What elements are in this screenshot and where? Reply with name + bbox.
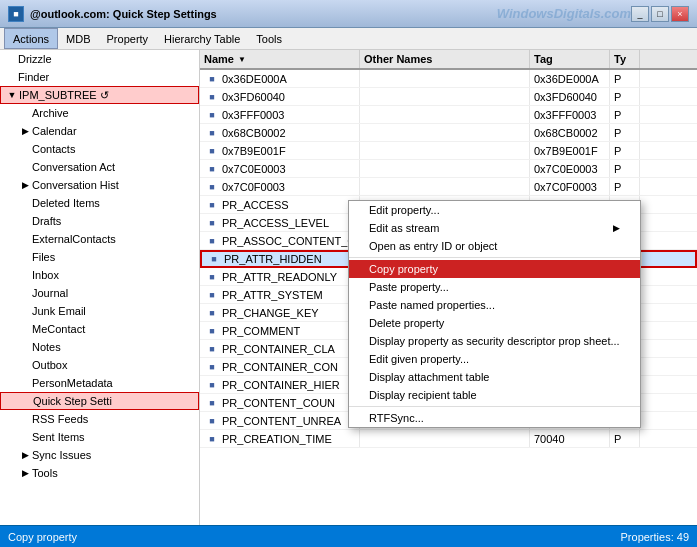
tree-item[interactable]: Files	[0, 248, 199, 266]
menu-tools[interactable]: Tools	[248, 28, 290, 49]
row-icon: ■	[204, 215, 220, 231]
tree-item[interactable]: ▶Sync Issues	[0, 446, 199, 464]
table-row[interactable]: ■0x68CB00020x68CB0002P	[200, 124, 697, 142]
tree-item[interactable]: Quick Step Setti	[0, 392, 199, 410]
tree-item[interactable]: Notes	[0, 338, 199, 356]
context-menu-item-11[interactable]: RTFSync...	[349, 409, 640, 427]
tree-item[interactable]: Sent Items	[0, 428, 199, 446]
context-menu-item-1[interactable]: Edit as stream▶	[349, 219, 640, 237]
tree-item-label: Archive	[32, 107, 69, 119]
context-menu: Edit property...Edit as stream▶Open as e…	[348, 200, 641, 428]
tree-item[interactable]: Drafts	[0, 212, 199, 230]
cell-name: ■PR_ACCESS	[200, 196, 360, 213]
context-menu-item-9[interactable]: Display attachment table	[349, 368, 640, 386]
context-menu-item-2[interactable]: Open as entry ID or object	[349, 237, 640, 255]
col-header-tag[interactable]: Tag	[530, 50, 610, 68]
col-header-ty[interactable]: Ty	[610, 50, 640, 68]
table-row[interactable]: ■0x3FD600400x3FD60040P	[200, 88, 697, 106]
tree-item-label: Drafts	[32, 215, 61, 227]
cell-name-text: PR_ATTR_SYSTEM	[222, 289, 323, 301]
cell-name: ■0x7C0F0003	[200, 178, 360, 195]
table-header: Name ▼ Other Names Tag Ty	[200, 50, 697, 70]
cell-other-names	[360, 124, 530, 141]
row-icon: ■	[204, 197, 220, 213]
tree-item[interactable]: RSS Feeds	[0, 410, 199, 428]
tree-item[interactable]: ▶Tools	[0, 464, 199, 482]
tree-item[interactable]: Deleted Items	[0, 194, 199, 212]
title-controls[interactable]: _ □ ×	[631, 6, 689, 22]
tree-area: DrizzleFinder▼IPM_SUBTREE ↺Archive▶Calen…	[0, 50, 199, 525]
cell-other-names	[360, 106, 530, 123]
context-menu-item-7[interactable]: Display property as security descriptor …	[349, 332, 640, 350]
tree-item[interactable]: Outbox	[0, 356, 199, 374]
row-icon: ■	[204, 305, 220, 321]
context-menu-item-10[interactable]: Display recipient table	[349, 386, 640, 404]
tree-expand-icon[interactable]: ▶	[18, 178, 32, 192]
tree-expand-icon	[18, 142, 32, 156]
context-menu-item-3[interactable]: Copy property	[349, 260, 640, 278]
tree-item-label: Quick Step Setti	[33, 395, 112, 407]
tree-expand-icon[interactable]: ▶	[18, 448, 32, 462]
context-menu-item-5[interactable]: Paste named properties...	[349, 296, 640, 314]
cell-name-text: 0x7B9E001F	[222, 145, 286, 157]
table-row[interactable]: ■PR_CREATION_TIME70040P	[200, 430, 697, 448]
cell-name-text: PR_ACCESS	[222, 199, 289, 211]
tree-item[interactable]: PersonMetadata	[0, 374, 199, 392]
tree-expand-icon[interactable]: ▼	[5, 88, 19, 102]
tree-expand-icon[interactable]: ▶	[18, 466, 32, 480]
table-row[interactable]: ■0x7C0F00030x7C0F0003P	[200, 178, 697, 196]
cell-type: P	[610, 70, 640, 87]
left-panel: DrizzleFinder▼IPM_SUBTREE ↺Archive▶Calen…	[0, 50, 200, 525]
tree-expand-icon	[18, 358, 32, 372]
context-menu-item-0[interactable]: Edit property...	[349, 201, 640, 219]
menu-property[interactable]: Property	[99, 28, 157, 49]
tree-item[interactable]: Junk Email	[0, 302, 199, 320]
menu-mdb[interactable]: MDB	[58, 28, 98, 49]
menu-hierarchy-table[interactable]: Hierarchy Table	[156, 28, 248, 49]
tree-expand-icon	[18, 376, 32, 390]
tree-item[interactable]: ▶Conversation Hist	[0, 176, 199, 194]
tree-item-label: MeContact	[32, 323, 85, 335]
cell-name: ■PR_CONTAINER_HIER	[200, 376, 360, 393]
row-icon: ■	[204, 377, 220, 393]
tree-item[interactable]: Journal	[0, 284, 199, 302]
status-left: Copy property	[8, 531, 77, 543]
cell-tag: 0x3FD60040	[530, 88, 610, 105]
tree-item[interactable]: Finder	[0, 68, 199, 86]
table-row[interactable]: ■0x36DE000A0x36DE000AP	[200, 70, 697, 88]
close-button[interactable]: ×	[671, 6, 689, 22]
cell-name-text: PR_CONTAINER_CLA	[222, 343, 335, 355]
cell-type: P	[610, 106, 640, 123]
cell-tag: 70040	[530, 430, 610, 447]
cell-name-text: PR_ACCESS_LEVEL	[222, 217, 329, 229]
tree-item[interactable]: ▼IPM_SUBTREE ↺	[0, 86, 199, 104]
tree-item[interactable]: ▶Calendar	[0, 122, 199, 140]
tree-item[interactable]: Inbox	[0, 266, 199, 284]
cell-name-text: 0x7C0F0003	[222, 181, 285, 193]
context-menu-item-4[interactable]: Paste property...	[349, 278, 640, 296]
maximize-button[interactable]: □	[651, 6, 669, 22]
tree-item[interactable]: Drizzle	[0, 50, 199, 68]
cell-name: ■0x7C0E0003	[200, 160, 360, 177]
cell-name-text: 0x3FFF0003	[222, 109, 284, 121]
tree-item[interactable]: Conversation Act	[0, 158, 199, 176]
menu-actions[interactable]: Actions	[4, 28, 58, 49]
tree-expand-icon	[4, 52, 18, 66]
tree-expand-icon[interactable]: ▶	[18, 124, 32, 138]
table-row[interactable]: ■0x3FFF00030x3FFF0003P	[200, 106, 697, 124]
tree-item[interactable]: MeContact	[0, 320, 199, 338]
col-header-name[interactable]: Name ▼	[200, 50, 360, 68]
context-menu-item-8[interactable]: Edit given property...	[349, 350, 640, 368]
minimize-button[interactable]: _	[631, 6, 649, 22]
table-row[interactable]: ■0x7C0E00030x7C0E0003P	[200, 160, 697, 178]
tree-item-label: Sent Items	[32, 431, 85, 443]
tree-item[interactable]: Contacts	[0, 140, 199, 158]
tree-expand-icon	[18, 196, 32, 210]
col-header-othernames[interactable]: Other Names	[360, 50, 530, 68]
cell-other-names	[360, 178, 530, 195]
tree-item[interactable]: ExternalContacts	[0, 230, 199, 248]
context-menu-item-6[interactable]: Delete property	[349, 314, 640, 332]
cell-other-names	[360, 142, 530, 159]
tree-item[interactable]: Archive	[0, 104, 199, 122]
table-row[interactable]: ■0x7B9E001F0x7B9E001FP	[200, 142, 697, 160]
